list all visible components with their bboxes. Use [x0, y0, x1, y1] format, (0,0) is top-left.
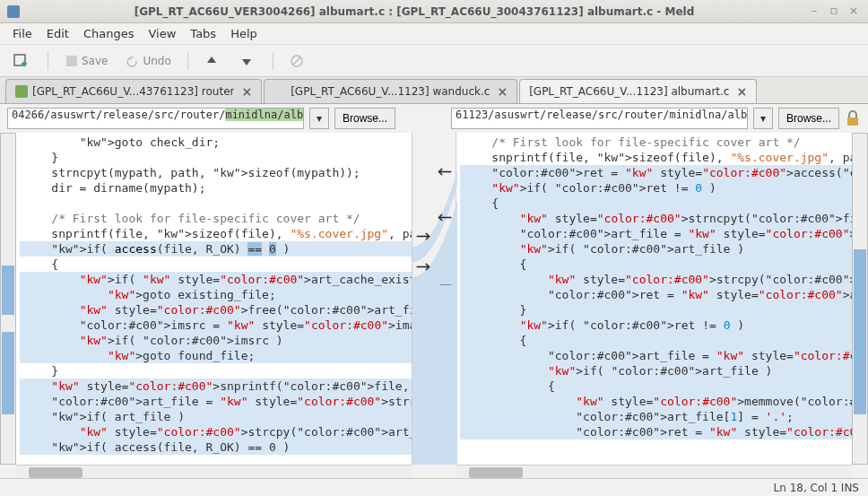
code-line: "kw">if( "kw" style="color:#c00">art_cac…: [20, 272, 412, 287]
left-scrollbar[interactable]: [16, 465, 412, 479]
new-tab-icon: [13, 53, 29, 69]
tab-close-button[interactable]: ×: [736, 84, 747, 99]
prev-change-button[interactable]: [199, 52, 227, 70]
left-path-input[interactable]: 04266/asuswrt/release/src/router/minidln…: [7, 108, 304, 129]
code-line: }: [20, 363, 412, 379]
save-icon: [65, 54, 79, 68]
code-line: [20, 196, 412, 211]
maximize-button[interactable]: ▫: [827, 4, 841, 19]
code-line: "kw">goto existing_file;: [20, 287, 412, 302]
push-left-icon[interactable]: 🡐: [438, 209, 452, 226]
toolbar: Save Undo: [0, 45, 868, 77]
arrow-down-icon: [239, 54, 254, 68]
close-button[interactable]: ×: [846, 4, 861, 19]
tab-router[interactable]: [GPL_RT_AC66U_V...43761123] router ×: [5, 79, 262, 103]
code-line: {: [20, 257, 412, 272]
undo-button[interactable]: Undo: [120, 52, 176, 70]
left-overview[interactable]: [0, 133, 16, 465]
code-line: {: [460, 333, 852, 348]
code-line: /* First look for file-specific cover ar…: [20, 211, 412, 226]
file-icon: [273, 85, 286, 98]
code-line: "kw">if( "color:#c00">ret != 0 ): [460, 180, 852, 196]
left-path-dropdown[interactable]: ▾: [309, 108, 329, 129]
right-path-input[interactable]: 61123/asuswrt/release/src/router/minidln…: [451, 108, 748, 129]
left-pane[interactable]: "kw">goto check_dir; } strncpyt(mypath, …: [16, 133, 412, 465]
code-line: {: [460, 379, 852, 394]
code-line: strncpyt(mypath, path, "kw">sizeof(mypat…: [20, 165, 412, 180]
code-line: "color:#c00">ret = "kw" style="color:#c0…: [460, 287, 852, 302]
push-right-icon[interactable]: 🡒: [416, 228, 430, 245]
collapse-icon[interactable]: —: [439, 276, 452, 291]
pathbar: 04266/asuswrt/release/src/router/minidln…: [0, 104, 868, 133]
code-line: "color:#c00">art_file[1] = '.';: [460, 409, 852, 424]
app-icon: [7, 5, 20, 18]
code-line: "kw" style="color:#c00">free("color:#c00…: [20, 302, 412, 318]
minimize-button[interactable]: –: [807, 4, 821, 19]
folder-icon: [15, 85, 28, 98]
statusbar: Ln 18, Col 1 INS: [0, 478, 868, 496]
code-line: "kw">if( "color:#c00">imsrc ): [20, 333, 412, 348]
diff-panes: "kw">goto check_dir; } strncpyt(mypath, …: [0, 133, 868, 465]
code-line: }: [20, 150, 412, 165]
code-line: "kw" style="color:#c00">strcpy("color:#c…: [460, 272, 852, 287]
right-browse-button[interactable]: Browse...: [778, 108, 839, 129]
code-line: "color:#c00">ret = "kw" style="color:#c0…: [460, 165, 852, 180]
code-line: "kw">if( access(file, R_OK) == 0 ): [20, 439, 412, 455]
code-line: dir = dirname(mypath);: [20, 180, 412, 196]
code-line: "color:#c00">art_file = "kw" style="colo…: [460, 348, 852, 363]
next-change-button[interactable]: [234, 52, 262, 70]
code-line: "kw">goto found_file;: [20, 348, 412, 363]
menu-file[interactable]: File: [5, 24, 39, 43]
titlebar: [GPL_RT_AC66U_VER3004266] albumart.c : […: [0, 0, 868, 23]
svg-rect-6: [847, 117, 858, 126]
code-line: "kw" style="color:#c00">memmove("color:#…: [460, 394, 852, 409]
code-line: {: [460, 257, 852, 272]
code-line: "kw" style="color:#c00">snprintf("color:…: [20, 379, 412, 394]
tab-albumart[interactable]: [GPL_RT_AC66U_V...1123] albumart.c ×: [519, 79, 757, 103]
right-overview[interactable]: [852, 133, 868, 465]
code-line: "color:#c00">art_file = "kw" style="colo…: [20, 394, 412, 409]
tabbar: [GPL_RT_AC66U_V...43761123] router × [GP…: [0, 77, 868, 104]
push-right-icon[interactable]: 🡒: [416, 258, 430, 275]
svg-line-5: [293, 57, 300, 65]
window-title: [GPL_RT_AC66U_VER3004266] albumart.c : […: [27, 5, 802, 18]
code-line: }: [460, 302, 852, 318]
menu-changes[interactable]: Changes: [76, 24, 142, 43]
code-line: "kw">goto check_dir;: [20, 135, 412, 150]
code-line: "kw" style="color:#c00">strncpyt("color:…: [460, 211, 852, 226]
new-comparison-button[interactable]: [7, 51, 37, 71]
tab-close-button[interactable]: ×: [241, 84, 252, 99]
code-line: "kw">if( "color:#c00">art_file ): [460, 363, 852, 379]
code-line: snprintf(file, "kw">sizeof(file), "%s.co…: [20, 226, 412, 241]
menu-view[interactable]: View: [142, 24, 184, 43]
code-line: "kw">if( access(file, R_OK) == 0 ): [20, 241, 412, 257]
cursor-position: Ln 18, Col 1 INS: [774, 482, 859, 494]
menu-tabs[interactable]: Tabs: [183, 24, 223, 43]
code-line: snprintf(file, "kw">sizeof(file), "%s.co…: [460, 150, 852, 165]
svg-rect-3: [66, 56, 77, 66]
push-left-icon[interactable]: 🡐: [438, 163, 452, 180]
code-line: /* First look for file-specific cover ar…: [460, 135, 852, 150]
right-scrollbar[interactable]: [456, 465, 852, 479]
code-line: "kw" style="color:#c00">strcpy("color:#c…: [20, 424, 412, 439]
left-browse-button[interactable]: Browse...: [334, 108, 395, 129]
code-line: "color:#c00">art_file = "kw" style="colo…: [460, 226, 852, 241]
save-button[interactable]: Save: [59, 52, 113, 70]
code-line: "kw">if( "color:#c00">ret != 0 ): [460, 318, 852, 333]
menu-help[interactable]: Help: [223, 24, 265, 43]
diff-gutter: 🡐 🡐 🡒 🡒 —: [412, 133, 456, 465]
code-line: "color:#c00">ret = "kw" style="color:#c0…: [460, 424, 852, 439]
stop-icon: [290, 54, 304, 68]
tab-close-button[interactable]: ×: [497, 84, 508, 99]
right-path-dropdown[interactable]: ▾: [753, 108, 773, 129]
lock-icon[interactable]: [845, 110, 861, 126]
code-line: "kw">if( art_file ): [20, 409, 412, 424]
undo-icon: [126, 54, 140, 68]
stop-button: [284, 52, 312, 70]
code-line: "kw">if( "color:#c00">art_file ): [460, 241, 852, 257]
right-pane[interactable]: /* First look for file-specific cover ar…: [456, 133, 852, 465]
menu-edit[interactable]: Edit: [39, 24, 76, 43]
code-line: {: [460, 196, 852, 211]
tab-wanduck[interactable]: [GPL_RT_AC66U_V...1123] wanduck.c ×: [264, 79, 517, 103]
arrow-up-icon: [204, 54, 219, 68]
